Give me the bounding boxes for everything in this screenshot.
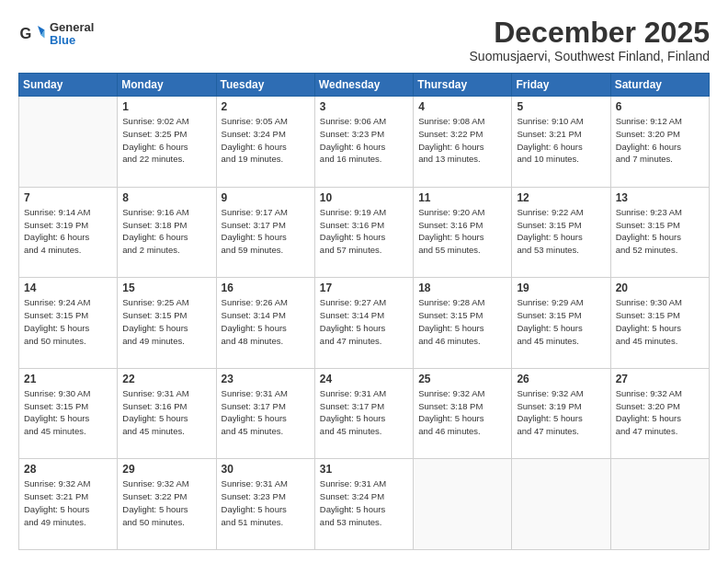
- month-title: December 2025: [470, 17, 710, 49]
- calendar-cell: [414, 459, 512, 550]
- calendar-cell: 7Sunrise: 9:14 AMSunset: 3:19 PMDaylight…: [19, 187, 118, 278]
- calendar-week-1: 1Sunrise: 9:02 AMSunset: 3:25 PMDaylight…: [19, 97, 710, 188]
- calendar-cell: 28Sunrise: 9:32 AMSunset: 3:21 PMDayligh…: [19, 459, 118, 550]
- day-info: Sunrise: 9:12 AMSunset: 3:20 PMDaylight:…: [616, 115, 704, 166]
- day-info: Sunrise: 9:06 AMSunset: 3:23 PMDaylight:…: [320, 115, 408, 166]
- calendar-dow-friday: Friday: [512, 74, 610, 97]
- calendar-table: SundayMondayTuesdayWednesdayThursdayFrid…: [18, 73, 710, 550]
- calendar-cell: 9Sunrise: 9:17 AMSunset: 3:17 PMDaylight…: [216, 187, 314, 278]
- day-number: 8: [122, 191, 210, 204]
- day-info: Sunrise: 9:31 AMSunset: 3:23 PMDaylight:…: [222, 477, 310, 528]
- day-info: Sunrise: 9:32 AMSunset: 3:20 PMDaylight:…: [616, 387, 704, 438]
- day-number: 19: [517, 282, 605, 294]
- day-info: Sunrise: 9:32 AMSunset: 3:21 PMDaylight:…: [24, 477, 112, 528]
- day-info: Sunrise: 9:08 AMSunset: 3:22 PMDaylight:…: [418, 115, 506, 166]
- day-info: Sunrise: 9:14 AMSunset: 3:19 PMDaylight:…: [24, 206, 112, 257]
- calendar-cell: 31Sunrise: 9:31 AMSunset: 3:24 PMDayligh…: [314, 459, 413, 550]
- calendar-cell: [610, 459, 709, 550]
- day-number: 1: [122, 100, 210, 113]
- day-number: 10: [320, 191, 408, 204]
- day-info: Sunrise: 9:32 AMSunset: 3:22 PMDaylight:…: [122, 477, 210, 528]
- calendar-cell: 17Sunrise: 9:27 AMSunset: 3:14 PMDayligh…: [314, 278, 413, 369]
- calendar-week-2: 7Sunrise: 9:14 AMSunset: 3:19 PMDaylight…: [19, 187, 710, 278]
- day-info: Sunrise: 9:29 AMSunset: 3:15 PMDaylight:…: [517, 296, 605, 347]
- day-number: 13: [616, 191, 704, 204]
- day-number: 30: [222, 463, 310, 476]
- calendar-cell: 1Sunrise: 9:02 AMSunset: 3:25 PMDaylight…: [118, 97, 216, 188]
- day-info: Sunrise: 9:02 AMSunset: 3:25 PMDaylight:…: [122, 115, 210, 166]
- calendar-cell: 2Sunrise: 9:05 AMSunset: 3:24 PMDaylight…: [216, 97, 314, 188]
- calendar-dow-saturday: Saturday: [610, 74, 709, 97]
- calendar-cell: 30Sunrise: 9:31 AMSunset: 3:23 PMDayligh…: [216, 459, 314, 550]
- day-info: Sunrise: 9:19 AMSunset: 3:16 PMDaylight:…: [320, 206, 408, 257]
- page: G General Blue December 2025 Suomusjaerv…: [0, 0, 728, 563]
- day-number: 5: [517, 100, 605, 113]
- calendar-week-5: 28Sunrise: 9:32 AMSunset: 3:21 PMDayligh…: [19, 459, 710, 550]
- logo-icon: G: [18, 20, 46, 48]
- day-number: 29: [122, 463, 210, 476]
- calendar-cell: 3Sunrise: 9:06 AMSunset: 3:23 PMDaylight…: [314, 97, 413, 188]
- location: Suomusjaervi, Southwest Finland, Finland: [470, 49, 710, 63]
- day-number: 12: [517, 191, 605, 204]
- day-number: 28: [24, 463, 112, 476]
- logo: G General Blue: [18, 20, 94, 48]
- day-number: 31: [320, 463, 408, 476]
- calendar-cell: [19, 97, 118, 188]
- day-info: Sunrise: 9:24 AMSunset: 3:15 PMDaylight:…: [24, 296, 112, 347]
- day-info: Sunrise: 9:28 AMSunset: 3:15 PMDaylight:…: [418, 296, 506, 347]
- day-info: Sunrise: 9:31 AMSunset: 3:24 PMDaylight:…: [320, 477, 408, 528]
- calendar-cell: [512, 459, 610, 550]
- calendar-cell: 12Sunrise: 9:22 AMSunset: 3:15 PMDayligh…: [512, 187, 610, 278]
- calendar-dow-sunday: Sunday: [19, 74, 118, 97]
- calendar-cell: 24Sunrise: 9:31 AMSunset: 3:17 PMDayligh…: [314, 368, 413, 459]
- calendar-cell: 8Sunrise: 9:16 AMSunset: 3:18 PMDaylight…: [118, 187, 216, 278]
- day-info: Sunrise: 9:22 AMSunset: 3:15 PMDaylight:…: [517, 206, 605, 257]
- day-info: Sunrise: 9:30 AMSunset: 3:15 PMDaylight:…: [24, 387, 112, 438]
- title-block: December 2025 Suomusjaervi, Southwest Fi…: [470, 17, 710, 63]
- day-number: 26: [517, 373, 605, 385]
- day-number: 21: [24, 373, 112, 385]
- day-number: 15: [122, 282, 210, 294]
- day-number: 9: [222, 191, 310, 204]
- calendar-cell: 19Sunrise: 9:29 AMSunset: 3:15 PMDayligh…: [512, 278, 610, 369]
- day-info: Sunrise: 9:16 AMSunset: 3:18 PMDaylight:…: [122, 206, 210, 257]
- logo-text: General Blue: [50, 21, 94, 48]
- calendar-cell: 13Sunrise: 9:23 AMSunset: 3:15 PMDayligh…: [610, 187, 709, 278]
- day-number: 24: [320, 373, 408, 385]
- calendar-cell: 20Sunrise: 9:30 AMSunset: 3:15 PMDayligh…: [610, 278, 709, 369]
- calendar-cell: 4Sunrise: 9:08 AMSunset: 3:22 PMDaylight…: [414, 97, 512, 188]
- calendar-cell: 29Sunrise: 9:32 AMSunset: 3:22 PMDayligh…: [118, 459, 216, 550]
- calendar-cell: 16Sunrise: 9:26 AMSunset: 3:14 PMDayligh…: [216, 278, 314, 369]
- calendar-cell: 15Sunrise: 9:25 AMSunset: 3:15 PMDayligh…: [118, 278, 216, 369]
- calendar-cell: 5Sunrise: 9:10 AMSunset: 3:21 PMDaylight…: [512, 97, 610, 188]
- calendar-dow-tuesday: Tuesday: [216, 74, 314, 97]
- day-number: 22: [122, 373, 210, 385]
- day-number: 27: [616, 373, 704, 385]
- calendar-week-3: 14Sunrise: 9:24 AMSunset: 3:15 PMDayligh…: [19, 278, 710, 369]
- day-number: 2: [222, 100, 310, 113]
- day-info: Sunrise: 9:10 AMSunset: 3:21 PMDaylight:…: [517, 115, 605, 166]
- day-number: 6: [616, 100, 704, 113]
- day-info: Sunrise: 9:25 AMSunset: 3:15 PMDaylight:…: [122, 296, 210, 347]
- calendar-week-4: 21Sunrise: 9:30 AMSunset: 3:15 PMDayligh…: [19, 368, 710, 459]
- calendar-dow-thursday: Thursday: [414, 74, 512, 97]
- day-info: Sunrise: 9:32 AMSunset: 3:18 PMDaylight:…: [418, 387, 506, 438]
- day-info: Sunrise: 9:27 AMSunset: 3:14 PMDaylight:…: [320, 296, 408, 347]
- calendar-cell: 11Sunrise: 9:20 AMSunset: 3:16 PMDayligh…: [414, 187, 512, 278]
- logo-general: General: [50, 21, 94, 34]
- day-info: Sunrise: 9:20 AMSunset: 3:16 PMDaylight:…: [418, 206, 506, 257]
- day-number: 16: [222, 282, 310, 294]
- calendar-cell: 21Sunrise: 9:30 AMSunset: 3:15 PMDayligh…: [19, 368, 118, 459]
- day-number: 3: [320, 100, 408, 113]
- svg-text:G: G: [20, 25, 32, 41]
- day-number: 11: [418, 191, 506, 204]
- day-number: 7: [24, 191, 112, 204]
- day-info: Sunrise: 9:31 AMSunset: 3:17 PMDaylight:…: [222, 387, 310, 438]
- day-number: 17: [320, 282, 408, 294]
- calendar-cell: 23Sunrise: 9:31 AMSunset: 3:17 PMDayligh…: [216, 368, 314, 459]
- day-number: 23: [222, 373, 310, 385]
- logo-blue: Blue: [50, 34, 94, 47]
- day-info: Sunrise: 9:30 AMSunset: 3:15 PMDaylight:…: [616, 296, 704, 347]
- calendar-cell: 22Sunrise: 9:31 AMSunset: 3:16 PMDayligh…: [118, 368, 216, 459]
- day-number: 14: [24, 282, 112, 294]
